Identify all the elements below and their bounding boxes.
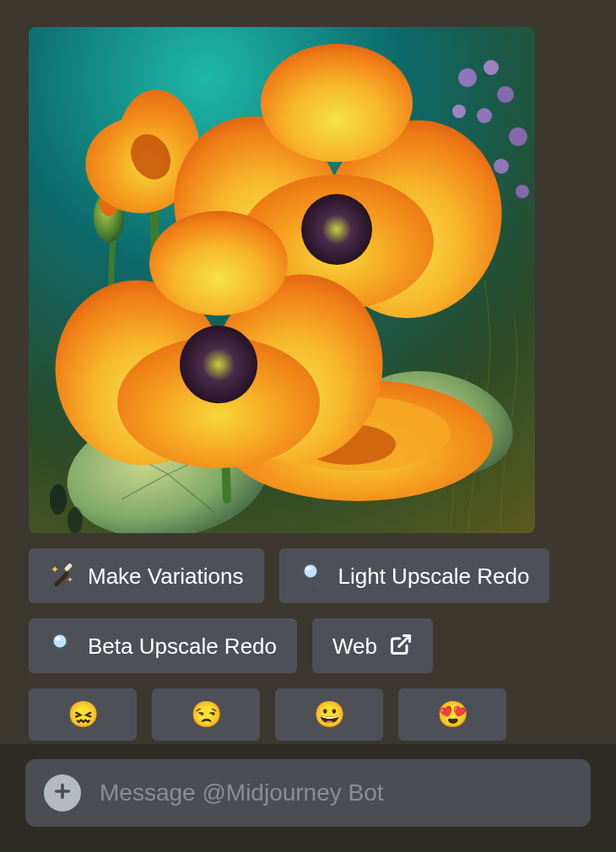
make-variations-button[interactable]: Make Variations [29, 548, 264, 603]
svg-rect-36 [64, 563, 73, 572]
svg-point-40 [52, 634, 68, 649]
reaction-heart-eyes[interactable]: 😍 [398, 688, 506, 741]
web-button[interactable]: Web [312, 618, 433, 673]
svg-point-37 [303, 564, 318, 579]
generated-image[interactable] [29, 27, 535, 533]
reaction-unamused[interactable]: 😒 [152, 688, 260, 741]
magnifier-icon [300, 560, 327, 591]
svg-rect-35 [53, 571, 69, 587]
external-link-icon [389, 633, 413, 660]
message-area: Make Variations Light Upscale Redo [0, 0, 616, 741]
svg-point-7 [494, 159, 509, 174]
svg-point-27 [301, 194, 372, 265]
reaction-row: 😖 😒 😀 😍 [29, 688, 587, 741]
heart-eyes-emoji-icon: 😍 [437, 702, 468, 727]
action-row-2: Beta Upscale Redo Web [29, 618, 587, 673]
svg-point-39 [305, 567, 311, 570]
svg-point-30 [149, 211, 288, 315]
svg-point-1 [458, 68, 477, 87]
composer [25, 759, 591, 827]
confounded-emoji-icon: 😖 [68, 702, 99, 727]
svg-point-32 [180, 326, 257, 403]
svg-point-4 [477, 108, 492, 123]
reaction-confounded[interactable]: 😖 [29, 688, 137, 741]
web-label: Web [332, 635, 377, 657]
light-upscale-button[interactable]: Light Upscale Redo [279, 548, 550, 603]
beta-upscale-label: Beta Upscale Redo [88, 635, 277, 657]
message-input[interactable] [100, 779, 572, 806]
light-upscale-label: Light Upscale Redo [338, 565, 530, 587]
svg-rect-38 [312, 578, 322, 587]
svg-point-33 [50, 484, 67, 515]
action-row-1: Make Variations Light Upscale Redo [29, 548, 587, 603]
svg-rect-41 [62, 648, 72, 657]
unamused-emoji-icon: 😒 [191, 702, 222, 727]
attach-button[interactable] [44, 774, 81, 812]
svg-point-8 [516, 185, 529, 198]
beta-upscale-button[interactable]: Beta Upscale Redo [29, 618, 297, 673]
svg-point-42 [55, 637, 60, 640]
svg-point-2 [484, 60, 499, 75]
grinning-emoji-icon: 😀 [314, 702, 345, 727]
plus-icon [53, 782, 72, 804]
wand-icon [49, 560, 76, 591]
svg-point-6 [452, 105, 466, 118]
svg-point-5 [509, 127, 527, 146]
svg-point-25 [261, 44, 413, 162]
magnifier-icon [49, 630, 76, 661]
reaction-grinning[interactable]: 😀 [275, 688, 383, 741]
composer-area [0, 744, 616, 852]
make-variations-label: Make Variations [88, 565, 244, 587]
svg-point-34 [68, 507, 83, 533]
svg-line-43 [399, 635, 410, 646]
svg-point-3 [497, 86, 514, 103]
